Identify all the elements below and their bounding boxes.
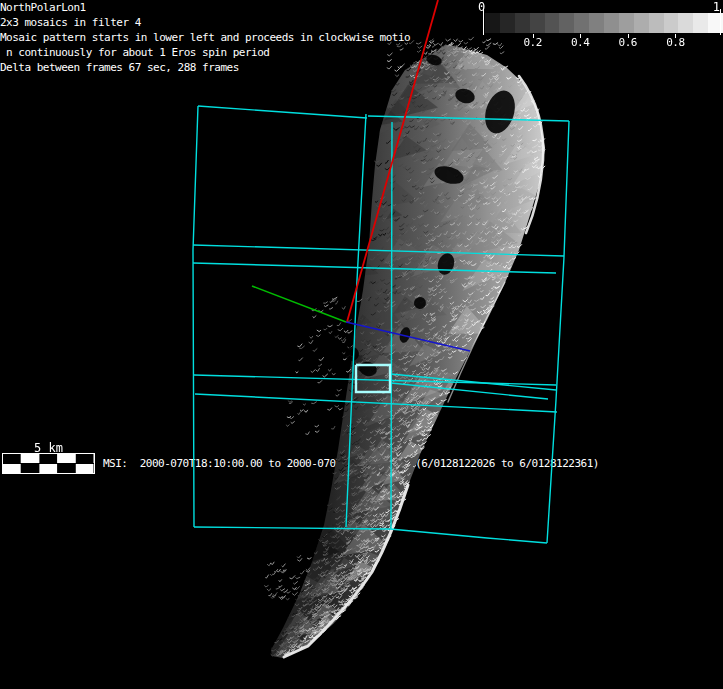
mosaic-footprint-edge	[194, 375, 556, 385]
colorbar-left-tick	[483, 9, 484, 35]
colorbar-max-label: 1	[713, 0, 720, 14]
scalebar: 5 km	[0, 441, 100, 477]
colorbar-min-label: 0	[478, 0, 485, 14]
mosaic-footprint-edge	[193, 245, 564, 256]
current-frame-footprint	[356, 365, 390, 392]
mosaic-footprint-edge	[391, 383, 548, 399]
colorbar-step	[649, 13, 664, 33]
colorbar-right-tick	[720, 9, 721, 35]
colorbar-step	[500, 13, 515, 33]
mosaic-footprint-edge	[547, 121, 569, 543]
colorbar-step	[693, 13, 708, 33]
mosaic-footprint-edge	[195, 394, 557, 412]
mosaic-footprint-edge	[194, 527, 547, 543]
mosaic-footprint-edge	[391, 122, 392, 529]
colorbar-step	[604, 13, 619, 33]
colorbar-step	[664, 13, 679, 33]
colorbar-step	[619, 13, 634, 33]
colorbar: 0 1 0.2 0.4 0.6 0.8	[477, 0, 723, 52]
scalebar-checker	[2, 453, 95, 474]
colorbar-step	[515, 13, 530, 33]
mosaic-footprint-edge	[368, 116, 569, 121]
colorbar-minor-tick	[628, 34, 629, 38]
colorbar-step	[574, 13, 589, 33]
mosaic-footprint-edge	[346, 114, 366, 527]
mosaic-footprint-edge	[198, 106, 367, 118]
spin-axis-line	[347, 0, 438, 322]
colorbar-minor-tick	[580, 34, 581, 38]
colorbar-step	[485, 13, 500, 33]
mosaic-footprint-edge	[193, 263, 556, 273]
colorbar-gradient	[485, 13, 723, 33]
colorbar-step	[530, 13, 545, 33]
colorbar-step	[589, 13, 604, 33]
y-axis-line	[346, 322, 470, 351]
colorbar-step	[545, 13, 560, 33]
x-axis-line	[252, 286, 346, 322]
3d-viewport[interactable]: MSI: 2000-070T18:10:00.00 to 2000-070T18…	[0, 0, 723, 689]
colorbar-step	[678, 13, 693, 33]
colorbar-step	[634, 13, 649, 33]
colorbar-minor-tick	[533, 34, 534, 38]
mosaic-footprint-edge	[391, 374, 556, 390]
mosaic-footprint-edge	[193, 106, 198, 527]
colorbar-minor-tick	[675, 34, 676, 38]
mosaic-footprint-overlay	[0, 0, 723, 689]
colorbar-step	[559, 13, 574, 33]
